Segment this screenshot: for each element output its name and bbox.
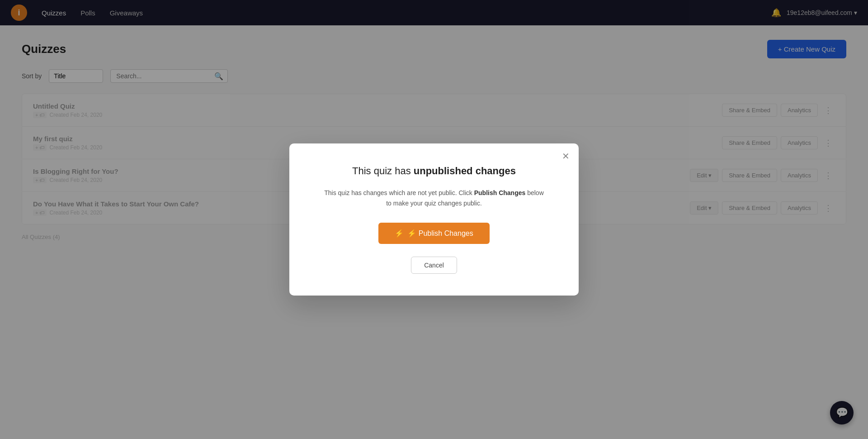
modal-buttons: ⚡ ⚡ Publish Changes Cancel — [318, 223, 550, 274]
modal-title: This quiz has unpublished changes — [318, 165, 550, 177]
lightning-icon: ⚡ — [395, 229, 404, 238]
modal: ✕ This quiz has unpublished changes This… — [289, 143, 579, 296]
cancel-button[interactable]: Cancel — [411, 257, 457, 274]
modal-description: This quiz has changes which are not yet … — [318, 188, 550, 208]
publish-changes-button[interactable]: ⚡ ⚡ Publish Changes — [378, 223, 489, 244]
modal-overlay: ✕ This quiz has unpublished changes This… — [0, 0, 868, 439]
modal-close-button[interactable]: ✕ — [562, 151, 570, 162]
